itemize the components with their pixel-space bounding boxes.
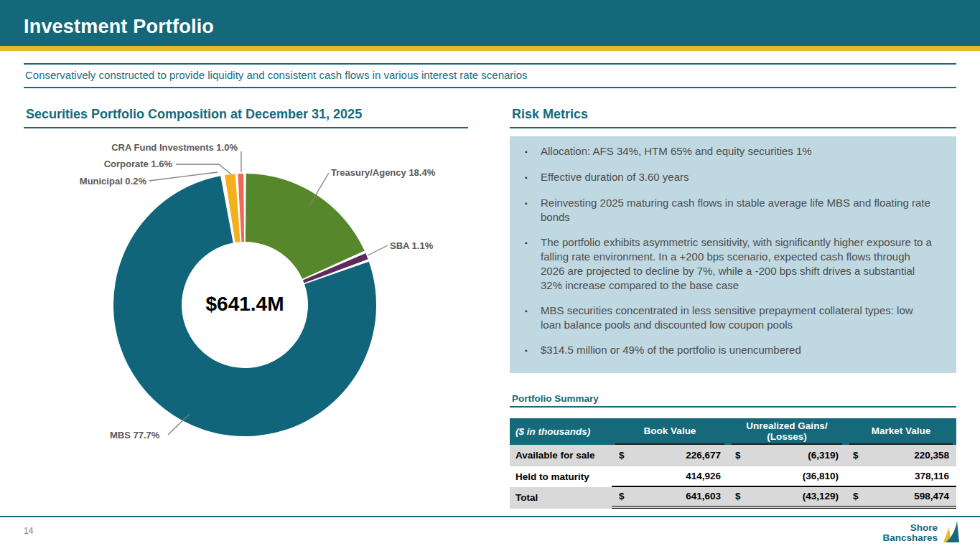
bullet-square-icon: ▪	[525, 196, 541, 225]
page-number: 14	[24, 526, 33, 536]
risk-bullet-text: MBS securities concentrated in less sens…	[541, 303, 936, 332]
subtitle-text: Conservatively constructed to provide li…	[25, 69, 528, 81]
dollar-sign: $	[619, 450, 625, 461]
cell-market-value: $ 220,358	[846, 445, 956, 466]
chart-label-sba: SBA 1.1%	[390, 240, 433, 251]
cell-unrealized: $ (6,319)	[728, 445, 846, 466]
cell-book-value: $ 641,603	[612, 487, 728, 509]
cell-value: 378,116	[915, 471, 949, 481]
risk-bullet-text: The portfolio exhibits asymmetric sensit…	[541, 235, 936, 293]
logo-text-line2: Bancshares	[882, 533, 938, 543]
subtitle-strip: Conservatively constructed to provide li…	[24, 63, 956, 88]
risk-bullet: ▪ Allocation: AFS 34%, HTM 65% and equit…	[525, 144, 936, 159]
portfolio-summary-rule	[510, 406, 956, 408]
risk-metrics-box: ▪ Allocation: AFS 34%, HTM 65% and equit…	[510, 136, 956, 373]
dollar-sign: $	[619, 491, 625, 501]
risk-metrics-heading: Risk Metrics	[512, 107, 588, 121]
cell-value: 641,603	[686, 491, 721, 501]
cell-book-value: 414,926	[612, 466, 728, 488]
table-row-available-for-sale: Available for sale $ 226,677 $ (6,319) $…	[510, 445, 956, 466]
row-label: Total	[510, 487, 612, 509]
col-header-text-line2: (Losses)	[732, 431, 842, 442]
risk-bullet-text: Effective duration of 3.60 years	[541, 170, 689, 185]
dollar-sign: $	[735, 450, 741, 461]
chart-label-corporate: Corporate 1.6%	[104, 159, 172, 169]
col-header-text-line1: Unrealized Gains/	[732, 420, 842, 431]
logo-text: Shore Bancshares	[882, 523, 938, 543]
page-title: Investment Portfolio	[24, 17, 214, 37]
dollar-sign: $	[735, 491, 741, 501]
donut-total-value: $641.4M	[195, 293, 295, 315]
row-label: Available for sale	[510, 445, 612, 466]
cell-value: (36,810)	[803, 471, 839, 481]
col-header-market-value: Market Value	[849, 418, 953, 445]
cell-value: (6,319)	[808, 450, 839, 461]
logo-text-line1: Shore	[882, 523, 938, 533]
cell-value: 598,474	[914, 491, 949, 501]
risk-bullet-text: Allocation: AFS 34%, HTM 65% and equity …	[541, 144, 812, 159]
risk-bullet-text: Reinvesting 2025 maturing cash flows in …	[541, 196, 936, 225]
col-header-book-value: Book Value	[615, 418, 724, 445]
securities-donut-chart: CRA Fund Investments 1.0% Corporate 1.6%…	[24, 133, 469, 452]
risk-bullet: ▪ Effective duration of 3.60 years	[525, 170, 936, 185]
risk-metrics-heading-rule	[510, 127, 956, 128]
table-row-held-to-maturity: Held to maturity 414,926 (36,810) 378,11…	[510, 466, 956, 488]
chart-label-treasury-agency: Treasury/Agency 18.4%	[331, 167, 435, 178]
col-header-units: ($ in thousands)	[510, 418, 612, 445]
chart-section-heading: Securities Portfolio Composition at Dece…	[26, 107, 362, 121]
cell-value: (43,129)	[803, 491, 839, 501]
table-header-row: ($ in thousands) Book Value Unrealized G…	[510, 418, 956, 445]
table-row-total: Total $ 641,603 $ (43,129) $ 598,474	[510, 487, 956, 509]
portfolio-summary-table: ($ in thousands) Book Value Unrealized G…	[510, 418, 956, 509]
row-label: Held to maturity	[510, 466, 612, 488]
risk-bullet-text: $314.5 million or 49% of the portfolio i…	[541, 343, 801, 358]
chart-label-municipal: Municipal 0.2%	[80, 176, 146, 187]
cell-book-value: $ 226,677	[612, 445, 728, 466]
cell-value: 220,358	[914, 450, 949, 461]
cell-unrealized: $ (43,129)	[728, 487, 846, 509]
gold-accent-bar	[0, 46, 980, 51]
chart-heading-rule	[24, 127, 468, 128]
bullet-square-icon: ▪	[525, 303, 541, 332]
col-header-unrealized: Unrealized Gains/ (Losses)	[732, 418, 842, 445]
risk-bullet: ▪ The portfolio exhibits asymmetric sens…	[525, 235, 936, 293]
chart-label-cra-fund: CRA Fund Investments 1.0%	[111, 142, 238, 153]
cell-market-value: 378,116	[846, 466, 956, 488]
dollar-sign: $	[853, 491, 859, 501]
cell-value: 226,677	[686, 450, 721, 461]
bullet-square-icon: ▪	[525, 343, 541, 358]
shore-bancshares-logo: Shore Bancshares	[882, 521, 961, 545]
bullet-square-icon: ▪	[525, 235, 541, 293]
risk-bullet: ▪ Reinvesting 2025 maturing cash flows i…	[525, 196, 936, 225]
col-header-text: Market Value	[849, 425, 953, 436]
cell-value: 414,926	[686, 471, 721, 481]
risk-bullet: ▪ MBS securities concentrated in less se…	[525, 303, 936, 332]
bullet-square-icon: ▪	[525, 144, 541, 159]
portfolio-summary-heading: Portfolio Summary	[512, 393, 599, 404]
sailboat-icon	[940, 521, 961, 545]
dollar-sign: $	[853, 450, 859, 461]
risk-bullet: ▪ $314.5 million or 49% of the portfolio…	[525, 343, 936, 358]
cell-unrealized: (36,810)	[728, 466, 846, 488]
col-header-text: Book Value	[615, 425, 724, 436]
bullet-square-icon: ▪	[525, 170, 541, 185]
cell-market-value: $ 598,474	[846, 487, 956, 509]
chart-label-mbs: MBS 77.7%	[110, 430, 159, 441]
footer-divider-line	[0, 516, 980, 517]
